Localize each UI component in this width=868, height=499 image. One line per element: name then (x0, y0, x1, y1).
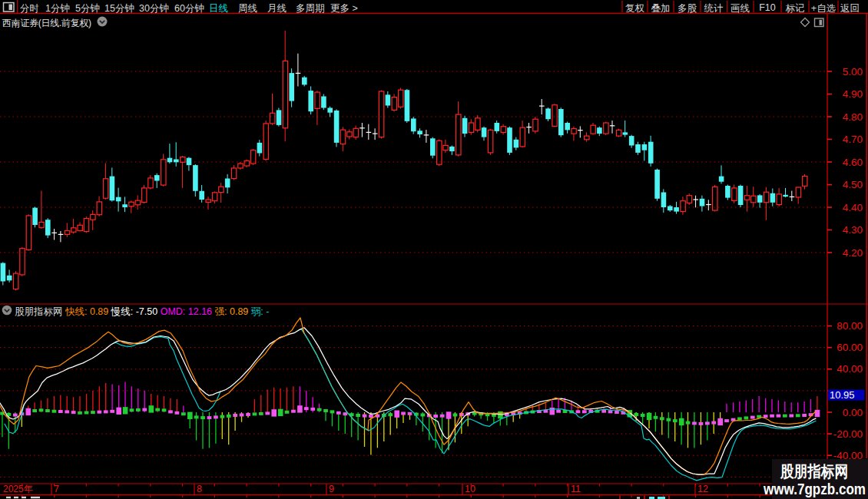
svg-text:4.80: 4.80 (843, 111, 863, 123)
svg-text:4.60: 4.60 (843, 157, 863, 168)
svg-text:4.90: 4.90 (843, 88, 863, 100)
svg-text:11: 11 (571, 484, 581, 494)
svg-text:4.50: 4.50 (843, 179, 863, 190)
svg-text:www.7gpzb.com: www.7gpzb.com (763, 480, 866, 497)
svg-text:80.00: 80.00 (837, 320, 863, 332)
svg-text:10: 10 (465, 484, 475, 494)
svg-text:5.00: 5.00 (843, 66, 863, 78)
svg-text:4.20: 4.20 (843, 247, 863, 259)
svg-text:股朋指标网: 股朋指标网 (780, 462, 848, 480)
svg-text:40.00: 40.00 (837, 363, 863, 375)
svg-text:12: 12 (697, 484, 708, 494)
svg-text:4.40: 4.40 (843, 202, 863, 213)
svg-text:60.00: 60.00 (837, 342, 863, 353)
svg-text:10.95: 10.95 (830, 389, 855, 401)
svg-text:8: 8 (197, 484, 202, 494)
svg-text:4.70: 4.70 (843, 134, 863, 145)
svg-text:2025年: 2025年 (3, 484, 33, 494)
svg-text:4.30: 4.30 (843, 224, 863, 236)
svg-text:9: 9 (329, 484, 334, 494)
svg-text:0.00: 0.00 (843, 407, 863, 418)
svg-text:-20.00: -20.00 (833, 428, 863, 440)
